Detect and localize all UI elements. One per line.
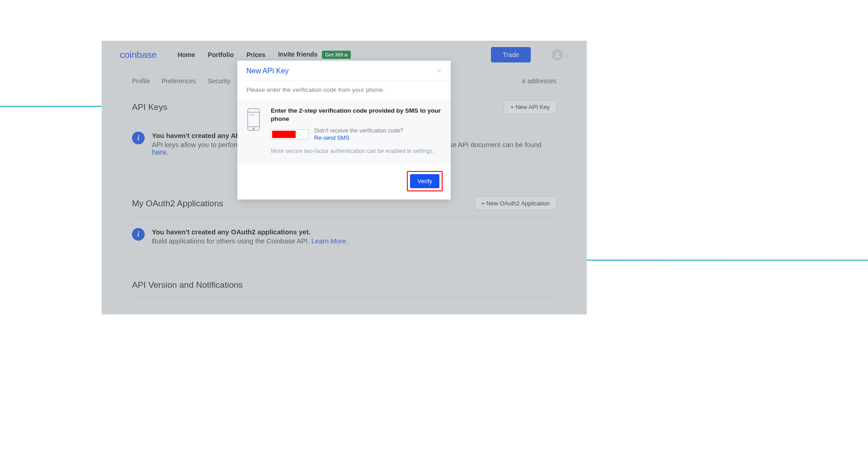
oauth-info: i You haven't created any OAuth2 applica… bbox=[132, 217, 557, 247]
modal-body-text: Enter the 2-step verification code provi… bbox=[271, 107, 442, 156]
modal-lead: Enter the 2-step verification code provi… bbox=[271, 107, 442, 123]
redacted-value bbox=[272, 131, 296, 138]
verify-button[interactable]: Verify bbox=[410, 174, 439, 188]
code-side-col: Didn't receive the verification code? Re… bbox=[314, 128, 403, 141]
resend-sms-link[interactable]: Re-send SMS bbox=[314, 135, 403, 141]
tab-preferences[interactable]: Preferences bbox=[162, 77, 196, 85]
modal-header: New API Key × bbox=[237, 61, 451, 81]
user-menu[interactable]: ⌄ bbox=[552, 49, 569, 61]
modal-footnote: More secure two-factor authentication ca… bbox=[271, 147, 442, 156]
oauth-info-bold: You haven't created any OAuth2 applicati… bbox=[152, 228, 348, 236]
api-keys-sub-prefix: API keys allow you to perform a bbox=[152, 141, 247, 148]
close-icon[interactable]: × bbox=[437, 67, 442, 75]
info-icon: i bbox=[132, 132, 145, 144]
tab-security[interactable]: Security bbox=[208, 77, 231, 85]
oauth-learn-more-link[interactable]: Learn More. bbox=[311, 237, 348, 245]
invite-reward-badge: Get 369 ø bbox=[322, 51, 351, 59]
tab-profile[interactable]: Profile bbox=[132, 77, 150, 85]
decorative-accent-left bbox=[0, 106, 104, 107]
new-api-key-button[interactable]: + New API Key bbox=[504, 100, 557, 114]
not-received-text: Didn't receive the verification code? bbox=[314, 128, 403, 134]
avatar-icon bbox=[552, 49, 563, 61]
brand-logo[interactable]: coinbase bbox=[120, 49, 157, 60]
primary-nav: Home Portfolio Prices Invite friends Get… bbox=[178, 51, 351, 59]
phone-icon bbox=[246, 108, 263, 156]
modal-title: New API Key bbox=[246, 67, 288, 75]
nav-invite-label: Invite friends bbox=[278, 51, 317, 58]
oauth-sub-text: Build applications for others using the … bbox=[152, 237, 311, 245]
api-doc-link[interactable]: here. bbox=[152, 148, 168, 156]
api-keys-title: API Keys bbox=[132, 102, 167, 112]
api-version-title: API Version and Notifications bbox=[132, 280, 243, 290]
modal-instruction: Please enter the verification code from … bbox=[237, 81, 451, 100]
svg-rect-0 bbox=[248, 109, 259, 130]
trade-button[interactable]: Trade bbox=[491, 47, 531, 62]
oauth-info-sub: Build applications for others using the … bbox=[152, 237, 348, 245]
nav-prices[interactable]: Prices bbox=[246, 51, 265, 58]
oauth-info-text: You haven't created any OAuth2 applicati… bbox=[152, 228, 348, 245]
app-window: coinbase Home Portfolio Prices Invite fr… bbox=[102, 41, 587, 314]
info-icon: i bbox=[132, 228, 145, 241]
new-api-key-modal: New API Key × Please enter the verificat… bbox=[237, 61, 451, 200]
modal-footer: Verify bbox=[237, 164, 451, 200]
tab-addresses-partial[interactable]: e addresses bbox=[522, 77, 557, 85]
new-oauth-app-button[interactable]: + New OAuth2 Application bbox=[475, 196, 557, 210]
modal-body: Enter the 2-step verification code provi… bbox=[237, 100, 451, 164]
svg-point-3 bbox=[253, 128, 254, 129]
nav-home[interactable]: Home bbox=[178, 51, 195, 58]
code-row: Didn't receive the verification code? Re… bbox=[271, 128, 442, 141]
oauth-title: My OAuth2 Applications bbox=[132, 199, 223, 209]
nav-invite-friends[interactable]: Invite friends Get 369 ø bbox=[278, 51, 351, 59]
chevron-down-icon: ⌄ bbox=[565, 52, 569, 57]
api-keys-sub-suffix: ase API document can be found bbox=[445, 141, 542, 148]
nav-portfolio[interactable]: Portfolio bbox=[208, 51, 234, 58]
verify-highlight: Verify bbox=[407, 171, 443, 191]
decorative-accent-right bbox=[583, 260, 868, 261]
api-version-section-header: API Version and Notifications bbox=[132, 269, 557, 297]
verification-code-input[interactable] bbox=[271, 129, 309, 139]
